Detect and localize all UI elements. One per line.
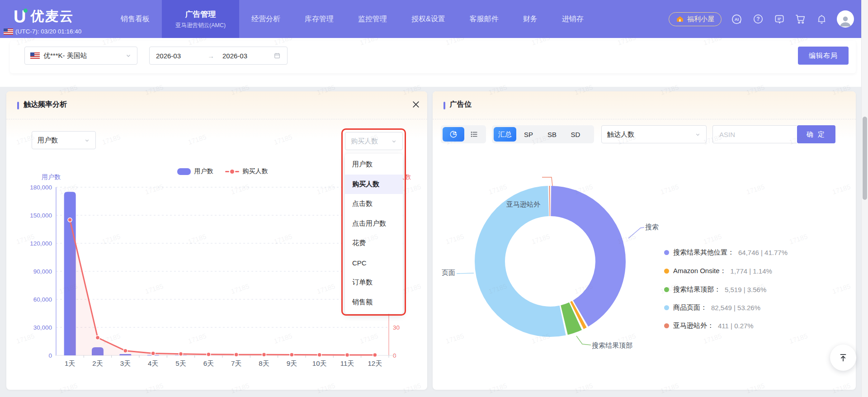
donut-callout-left: 页面: [436, 269, 455, 277]
line-point-2天: [96, 336, 100, 340]
legend-item-line[interactable]: 购买人数: [225, 167, 268, 175]
line-point-7天: [234, 353, 238, 357]
chevron-down-icon: [391, 138, 397, 144]
legend-value: 1,774 | 1.14%: [731, 267, 772, 275]
us-flag-icon: [30, 52, 40, 59]
donut-callout-bottom: 搜索结果顶部: [592, 341, 632, 350]
nav-item-4[interactable]: 监控管理: [346, 0, 399, 38]
legend-dot: [664, 287, 669, 292]
back-to-top-button[interactable]: [830, 345, 856, 371]
legend-label: 搜索结果其他位置：: [673, 248, 734, 257]
svg-text:1天: 1天: [65, 359, 75, 367]
dropdown-option-1[interactable]: 购买人数: [345, 175, 403, 194]
notification-bell-icon[interactable]: [816, 13, 828, 25]
svg-text:10天: 10天: [312, 359, 327, 367]
donut-callout-right: 搜索: [645, 223, 659, 232]
legend-dot: [664, 250, 669, 255]
callout-line-search: [628, 227, 644, 238]
svg-text:4天: 4天: [148, 359, 158, 367]
reach-chart-legend: 用户数 购买人数: [56, 167, 389, 175]
welfare-badge-label: 福利小屋: [687, 15, 714, 24]
dropdown-option-0[interactable]: 用户数: [345, 155, 403, 175]
donut-callout-top: 亚马逊站外: [473, 200, 540, 209]
welfare-house-badge[interactable]: 福利小屋: [669, 12, 722, 26]
placement-legend-item-0[interactable]: 搜索结果其他位置：64,746 | 41.77%: [664, 247, 788, 257]
cart-icon[interactable]: [794, 13, 807, 25]
main-menu: 销售看板广告管理亚马逊营销云(AMC)经营分析库存管理监控管理授权&设置客服邮件…: [108, 0, 596, 38]
placement-legend-item-2[interactable]: 搜索结果顶部：5,519 | 3.56%: [664, 284, 766, 294]
nav-item-3[interactable]: 库存管理: [292, 0, 346, 38]
account-select-value: 优***K- 美国站: [43, 52, 87, 60]
line-point-4天: [151, 351, 155, 355]
nav-item-8[interactable]: 进销存: [550, 0, 596, 38]
line-point-1天: [68, 218, 72, 222]
nav-item-sublabel: 亚马逊营销云(AMC): [175, 22, 226, 29]
callout-line-page: [457, 273, 474, 274]
line-point-11天: [345, 353, 349, 357]
page-scrollbar-track[interactable]: [861, 0, 868, 397]
legend-dot: [664, 269, 669, 274]
dropdown-option-2[interactable]: 点击数: [345, 194, 403, 214]
timezone-text: (UTC-7): 03/20 01:16:40: [15, 28, 81, 35]
dropdown-option-6[interactable]: 订单数: [345, 273, 403, 293]
us-flag-icon: [4, 28, 13, 35]
navbar-right-tools: 福利小屋 AI ?: [669, 0, 854, 38]
reach-right-metric-value: 购买人数: [351, 137, 378, 146]
dropdown-option-3[interactable]: 点击用户数: [345, 214, 403, 234]
nav-item-6[interactable]: 客服邮件: [458, 0, 511, 38]
date-start-value: 2026-03: [156, 52, 199, 60]
svg-text:5天: 5天: [175, 359, 186, 367]
date-range-picker[interactable]: 2026-03 → 2026-03: [149, 47, 288, 65]
close-icon[interactable]: [410, 99, 422, 110]
account-select[interactable]: 优***K- 美国站: [24, 47, 137, 65]
svg-text:?: ?: [756, 16, 760, 22]
panel-title: 广告位: [450, 100, 472, 109]
svg-text:8天: 8天: [259, 359, 269, 367]
svg-text:AI: AI: [735, 17, 739, 22]
bar-legend-marker: [177, 168, 191, 175]
help-icon[interactable]: ?: [752, 13, 764, 25]
reach-frequency-panel: 触达频率分析 用户数 0030,0003060,0006090,00090120…: [6, 91, 427, 390]
legend-dot: [664, 323, 669, 328]
user-avatar[interactable]: [837, 10, 854, 28]
line-point-12天: [373, 353, 377, 357]
dropdown-option-5[interactable]: CPC: [345, 253, 403, 273]
ad-placement-panel: 广告位 汇总SPSBSD 触达人数 确 定 亚马逊站外 搜索 页面: [433, 91, 856, 390]
legend-item-bar[interactable]: 用户数: [177, 167, 213, 175]
chevron-down-icon: [125, 52, 132, 59]
legend-label: 搜索结果顶部：: [673, 285, 721, 294]
svg-text:12天: 12天: [368, 359, 382, 367]
placement-legend-item-3[interactable]: 商品页面：82,549 | 53.26%: [664, 302, 760, 312]
dropdown-option-7[interactable]: 销售额: [345, 293, 403, 312]
top-navbar: U 优麦云 (UTC-7): 03/20 01:16:40 销售看板广告管理亚马…: [0, 0, 861, 38]
date-end-value: 2026-03: [222, 52, 266, 60]
legend-value: 82,549 | 53.26%: [711, 304, 760, 312]
title-accent-bar: [443, 102, 445, 109]
arrow-right-icon: →: [208, 52, 214, 60]
svg-text:60,000: 60,000: [33, 296, 52, 303]
brand-logo[interactable]: U 优麦云: [14, 7, 74, 26]
legend-dot: [664, 305, 669, 310]
feedback-message-icon[interactable]: [773, 13, 785, 25]
panel-title: 触达频率分析: [24, 100, 67, 109]
nav-item-7[interactable]: 财务: [511, 0, 550, 38]
svg-text:150,000: 150,000: [30, 212, 52, 219]
edit-layout-button[interactable]: 编辑布局: [798, 47, 849, 65]
placement-legend-item-1[interactable]: Amazon Onsite：1,774 | 1.14%: [664, 266, 772, 276]
reach-right-metric-select[interactable]: 购买人数: [345, 132, 403, 150]
nav-item-2[interactable]: 经营分析: [239, 0, 292, 38]
timezone-clock: (UTC-7): 03/20 01:16:40: [4, 28, 81, 35]
nav-item-5[interactable]: 授权&设置: [399, 0, 458, 38]
ai-assistant-icon[interactable]: AI: [731, 13, 743, 25]
svg-text:2天: 2天: [92, 359, 103, 367]
line-point-8天: [262, 353, 266, 357]
nav-item-1[interactable]: 广告管理亚马逊营销云(AMC): [162, 0, 239, 38]
placement-chart-area: 亚马逊站外 搜索 页面 搜索结果顶部 搜索结果其他位置：64,746 | 41.…: [433, 119, 856, 390]
placement-legend-item-4[interactable]: 亚马逊站外：411 | 0.27%: [664, 321, 754, 331]
page-scrollbar-thumb[interactable]: [863, 117, 867, 200]
house-icon: [676, 15, 684, 23]
callout-line-top-search: [576, 336, 591, 345]
dropdown-option-4[interactable]: 花费: [345, 233, 403, 253]
line-point-3天: [123, 349, 127, 353]
nav-item-0[interactable]: 销售看板: [108, 0, 162, 38]
